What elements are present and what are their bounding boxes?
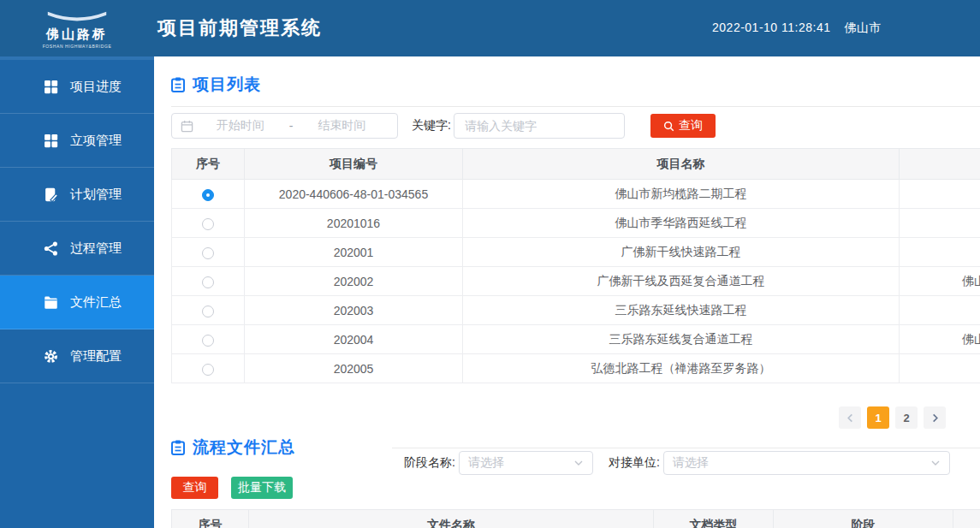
sidebar-item-1[interactable]: 项目进度: [0, 60, 154, 114]
cell-extra: [900, 238, 980, 267]
batch-download-button[interactable]: 批量下载: [231, 477, 293, 499]
grid-icon: [44, 133, 58, 148]
process-search-button[interactable]: 查询: [171, 477, 218, 499]
calendar-icon: [181, 120, 193, 133]
cell-select: [172, 209, 245, 238]
row-radio[interactable]: [202, 364, 214, 376]
row-radio[interactable]: [202, 306, 214, 317]
row-radio[interactable]: [202, 276, 214, 288]
section-title-text: 流程文件汇总: [193, 436, 295, 459]
sidebar-item-label: 管理配置: [70, 348, 122, 365]
share-icon: [44, 241, 58, 256]
sidebar-item-6[interactable]: 管理配置: [0, 329, 154, 383]
document-edit-icon: [44, 187, 58, 202]
table-row: 202004三乐路东延线复合通道工程佛山: [172, 325, 980, 354]
date-start-placeholder[interactable]: 开始时间: [193, 118, 288, 133]
logo-name: 佛山路桥: [46, 27, 108, 43]
section-title-project-list: 项目列表: [171, 74, 980, 96]
cell-extra: 佛山: [900, 267, 980, 296]
pagination-page-1[interactable]: 1: [867, 406, 889, 429]
cell-project-code: 2020-440606-48-01-034565: [245, 180, 463, 209]
column-header: [953, 510, 980, 528]
pagination-page-2[interactable]: 2: [895, 406, 918, 429]
column-header: 项目名称: [463, 149, 900, 180]
cell-project-name: 弘德北路工程（禅港路至罗务路）: [463, 354, 900, 383]
cell-select: [172, 296, 245, 325]
chevron-right-icon: [930, 413, 940, 423]
files-table-container: 序号文件名称文档类型阶段: [171, 509, 980, 528]
chevron-down-icon: [573, 458, 584, 468]
column-header: 阶段: [774, 510, 953, 528]
row-radio[interactable]: [202, 335, 214, 347]
project-table: 序号项目编号项目名称 2020-440606-48-01-034565佛山市新均…: [171, 148, 980, 383]
date-separator: -: [288, 119, 295, 133]
sidebar-item-5[interactable]: 文件汇总: [0, 276, 154, 329]
stage-select[interactable]: 请选择: [459, 451, 593, 475]
pagination-next-button[interactable]: [924, 406, 946, 429]
table-row: 202001广佛新干线快速路工程: [172, 238, 980, 267]
sidebar-item-label: 过程管理: [70, 240, 122, 257]
cell-extra: [900, 354, 980, 383]
cell-project-code: 20201016: [245, 209, 463, 238]
row-radio-selected[interactable]: [202, 189, 214, 201]
unit-label: 对接单位:: [609, 455, 660, 471]
cell-project-name: 佛山市季华路西延线工程: [463, 209, 900, 238]
cell-extra: [900, 296, 980, 325]
pagination-prev-button[interactable]: [839, 406, 861, 429]
cell-project-code: 202004: [245, 325, 463, 354]
gear-icon: [44, 349, 58, 364]
column-header: 文件名称: [249, 510, 654, 528]
column-header: 项目编号: [245, 149, 463, 180]
cell-project-code: 202002: [245, 267, 463, 296]
logo-subtitle: FOSHAN HIGHWAY&BRIDGE: [43, 44, 112, 49]
header-city: 佛山市: [845, 21, 882, 36]
row-radio[interactable]: [202, 218, 214, 230]
date-end-placeholder[interactable]: 结束时间: [294, 118, 389, 133]
cell-project-name: 广佛新干线快速路工程: [463, 238, 900, 267]
sidebar-item-2[interactable]: 立项管理: [0, 114, 154, 168]
chevron-left-icon: [846, 413, 855, 423]
search-button[interactable]: 查询: [650, 114, 716, 138]
column-header: [900, 149, 980, 180]
cell-project-code: 202005: [245, 354, 463, 383]
chevron-down-icon: [930, 458, 941, 468]
keyword-input[interactable]: [454, 113, 625, 139]
date-range-picker[interactable]: 开始时间 - 结束时间: [171, 113, 398, 139]
column-header: 文档类型: [654, 510, 774, 528]
clipboard-icon: [171, 440, 185, 455]
cell-project-name: 三乐路东延线快速路工程: [463, 296, 900, 325]
sidebar-item-3[interactable]: 计划管理: [0, 168, 154, 222]
top-header: 佛山路桥 FOSHAN HIGHWAY&BRIDGE 项目前期管理系统 2022…: [0, 0, 980, 56]
project-table-container: 序号项目编号项目名称 2020-440606-48-01-034565佛山市新均…: [171, 148, 980, 383]
unit-select[interactable]: 请选择: [663, 451, 950, 475]
column-header: 序号: [172, 510, 249, 528]
cell-project-code: 202003: [245, 296, 463, 325]
row-radio[interactable]: [202, 247, 214, 259]
cell-extra: [900, 180, 980, 209]
sidebar-item-4[interactable]: 过程管理: [0, 222, 154, 276]
keyword-label: 关键字:: [412, 118, 451, 133]
cell-extra: [900, 209, 980, 238]
sidebar-menu: 项目进度立项管理计划管理过程管理文件汇总管理配置: [0, 56, 154, 528]
grid-icon: [44, 80, 58, 94]
cell-project-name: 三乐路东延线复合通道工程: [463, 325, 900, 354]
folder-icon: [44, 295, 58, 310]
cell-select: [172, 325, 245, 354]
search-icon: [663, 121, 674, 132]
cell-select: [172, 354, 245, 383]
divider: [392, 448, 980, 448]
table-row: 202003三乐路东延线快速路工程: [172, 296, 980, 325]
header-datetime: 2022-01-10 11:28:41: [712, 21, 830, 36]
app-logo: 佛山路桥 FOSHAN HIGHWAY&BRIDGE: [0, 9, 154, 49]
cell-select: [172, 180, 245, 209]
cell-project-name: 广佛新干线及西延复合通道工程: [463, 267, 900, 296]
cell-project-code: 202001: [245, 238, 463, 267]
table-row: 202002广佛新干线及西延复合通道工程佛山: [172, 267, 980, 296]
sidebar-item-label: 项目进度: [70, 79, 122, 95]
pagination: 12: [171, 406, 980, 429]
stage-label: 阶段名称:: [404, 455, 455, 471]
section-title-text: 项目列表: [193, 74, 261, 96]
section-title-process-files: 流程文件汇总: [171, 436, 295, 459]
sidebar-item-label: 计划管理: [70, 187, 122, 203]
files-table: 序号文件名称文档类型阶段: [171, 509, 980, 528]
